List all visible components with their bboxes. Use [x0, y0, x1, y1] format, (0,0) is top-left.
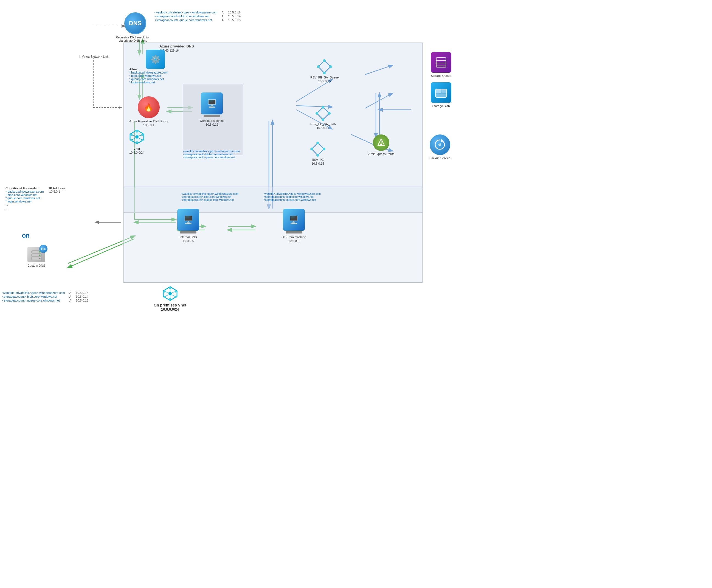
on-prem-vnet-label: On premises Vnet 10.0.0.0/24	[154, 285, 186, 311]
vnet-label: Vnet 10.5.0.0/24	[129, 147, 144, 155]
dns-bot-row3-fqdn: <storageaccount>.queue.core.windows.net	[0, 298, 67, 302]
backup-service-label: Backup Service	[430, 156, 450, 160]
svg-point-75	[168, 292, 172, 295]
svg-line-83	[172, 292, 175, 293]
dns-row1-fqdn: <vaultId>.privatelink.<geo>.windowsazure…	[152, 10, 219, 14]
cf-row4-domain: *.login.windows.net	[5, 200, 49, 203]
storage-blob-icon	[431, 82, 451, 103]
dns-cloud-icon: DNS	[124, 12, 146, 34]
svg-line-86	[165, 295, 168, 296]
azure-dns-records-inner: <vaultId>.privatelink.<geo>.windowsazure…	[183, 150, 240, 159]
rsv-pe-sa-queue-icon	[317, 59, 332, 75]
svg-line-84	[172, 295, 175, 296]
svg-rect-65	[441, 89, 447, 93]
on-prem-region-box: <vaultId>.privatelink.<geo>.windowsazure…	[124, 187, 422, 282]
dns-row2-type: A	[219, 14, 226, 18]
allow-list: Allow *.backup.windowsazure.com *.blob.c…	[129, 67, 167, 84]
on-prem-machine-label: On-Prem machine 10.0.0.6	[281, 235, 306, 243]
svg-point-58	[310, 148, 313, 150]
virtual-network-link-label: Virtual Network Link	[80, 55, 109, 58]
custom-dns-container: DNS Custom DNS	[27, 247, 45, 268]
storage-queue-label: Storage Queue	[431, 74, 451, 78]
dns-row2-ip: 10.5.0.14	[226, 14, 243, 18]
on-prem-machine-icon: 🖥️	[283, 209, 305, 231]
internal-dns-label: Internal DNS 10.0.0.5	[180, 235, 197, 243]
svg-point-33	[141, 134, 144, 136]
svg-point-46	[329, 65, 332, 68]
custom-dns-server-body: DNS	[27, 247, 45, 262]
storage-queue-container: Storage Queue	[431, 52, 451, 78]
svg-point-48	[317, 65, 320, 68]
recursive-dns-label: Recursive DNS resolution via private DNS…	[115, 36, 151, 42]
dns-table-bottom: <vaultId>.privatelink.<geo>.windowsazure…	[0, 291, 90, 302]
dns-bot-row2-fqdn: <storageaccount>.blob.core.windows.net	[0, 295, 67, 298]
firewall-icon: 🔥	[138, 96, 160, 118]
azure-dns-icon: ⚙️	[146, 50, 165, 69]
cf-row5-ip	[49, 203, 65, 206]
dns-row3-ip: 10.5.0.15	[226, 18, 243, 22]
svg-point-50	[321, 106, 324, 109]
svg-line-39	[139, 135, 142, 136]
cf-row3-domain: *.queue.core.windows.net	[5, 196, 49, 200]
svg-point-91	[39, 254, 40, 256]
dns-bot-row3-type: A	[67, 298, 74, 302]
dns-bot-row1-type: A	[67, 291, 74, 295]
allow-item-2: *.blob.core.windows.net	[129, 74, 167, 77]
rsv-pe-label: RSV_PE 10.5.0.16	[312, 158, 324, 166]
cf-row2-ip	[49, 193, 65, 196]
svg-point-77	[174, 290, 177, 293]
svg-marker-44	[318, 61, 331, 73]
svg-marker-49	[317, 107, 329, 120]
allow-item-1: *.backup.windowsazure.com	[129, 71, 167, 74]
azure-dns-icon-container: ⚙️	[146, 50, 165, 69]
allow-item-4: *.login.windows.net	[129, 81, 167, 84]
on-prem-machine-container: 🖥️ On-Prem machine 10.0.0.6	[281, 209, 306, 243]
cf-row3-ip	[49, 196, 65, 200]
svg-point-52	[321, 118, 324, 121]
svg-point-55	[316, 142, 319, 144]
svg-point-57	[316, 154, 319, 157]
svg-point-93	[39, 258, 40, 259]
storage-blob-container: Storage Blob	[431, 82, 451, 108]
backup-service-container: Backup Service	[430, 134, 450, 160]
svg-point-45	[323, 59, 326, 62]
custom-dns-label: Custom DNS	[27, 264, 45, 268]
allow-item-3: *.queue.core.windows.net	[129, 77, 167, 81]
svg-point-53	[316, 112, 318, 115]
vpn-express-icon	[373, 134, 389, 151]
svg-line-87	[165, 292, 168, 293]
cf-row1-domain: *.backup.windowsazure.com	[5, 190, 49, 193]
backup-service-icon	[430, 134, 450, 155]
svg-point-76	[169, 287, 171, 289]
cf-row6-ip	[49, 206, 65, 210]
dns-row3-fqdn: <storageaccount>.queue.core.windows.net	[152, 18, 219, 22]
or-label: OR	[22, 233, 29, 239]
workload-machine-label: Workload Machine 10.5.0.12	[200, 119, 225, 127]
dns-bot-row3-ip: 10.5.0.15	[74, 298, 90, 302]
rsv-pe-sa-blob-label: RSV_PE_SA_Blob 10.5.0.14	[310, 122, 336, 130]
dns-row3-type: A	[219, 18, 226, 22]
svg-point-72	[380, 144, 382, 145]
vpn-express-container: VPN/Express Route	[368, 134, 395, 156]
svg-point-79	[169, 298, 171, 300]
cf-row4-ip	[49, 200, 65, 203]
svg-line-43	[132, 135, 135, 136]
vpn-express-label: VPN/Express Route	[368, 152, 395, 156]
internal-dns-icon: 🖥️	[177, 209, 199, 231]
custom-dns-badge: DNS	[39, 245, 47, 253]
svg-point-37	[130, 134, 132, 136]
cf-header2: IP Address	[49, 187, 65, 190]
allow-title: Allow	[129, 67, 167, 71]
cf-row1-ip: 10.5.0.1	[49, 190, 65, 193]
svg-point-80	[164, 296, 166, 298]
dns-bot-row1-fqdn: <vaultId>.privatelink.<geo>.windowsazure…	[0, 291, 67, 295]
svg-point-34	[141, 139, 144, 141]
vnet-icon	[128, 128, 146, 146]
dns-row1-type: A	[219, 10, 226, 14]
rsv-pe-sa-blob-container: RSV_PE_SA_Blob 10.5.0.14	[310, 106, 336, 130]
rsv-pe-container: RSV_PE 10.5.0.16	[310, 142, 326, 166]
workload-box: 🖥️ Workload Machine 10.5.0.12	[183, 84, 243, 155]
storage-queue-icon	[431, 52, 451, 73]
storage-blob-label: Storage Blob	[433, 104, 450, 108]
workload-machine-icon: 🖥️	[201, 92, 223, 114]
